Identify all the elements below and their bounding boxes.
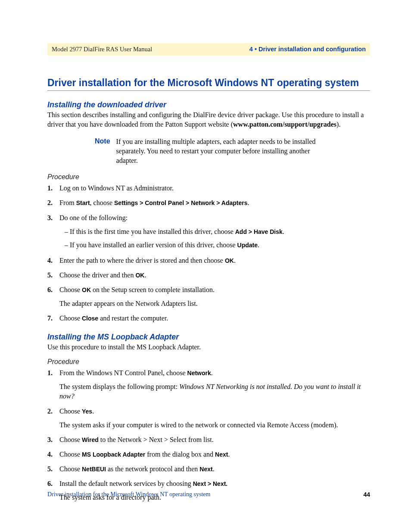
step-1: Log on to Windows NT as Administrator. bbox=[47, 184, 370, 193]
s3s1a: – If this is the first time you have ins… bbox=[65, 228, 235, 235]
s4c: . bbox=[234, 257, 236, 264]
p2s5a: Choose bbox=[59, 465, 82, 473]
p2s3c: to the Network > Next > Select from list… bbox=[99, 436, 214, 443]
s7b: Close bbox=[82, 315, 98, 322]
s5b: OK bbox=[135, 272, 144, 279]
p2s2b: Yes bbox=[82, 408, 92, 415]
note-block: Note If you are installing multiple adap… bbox=[95, 137, 370, 165]
step-2-b1: Start bbox=[76, 199, 90, 206]
p2s3b: Wired bbox=[82, 436, 99, 443]
intro-url: www.patton.com/support/upgrades bbox=[233, 121, 336, 128]
step-6: Choose OK on the Setup screen to complet… bbox=[47, 285, 370, 308]
section-heading-install-driver: Installing the downloaded driver bbox=[47, 100, 370, 109]
note-label: Note bbox=[95, 137, 110, 165]
s3s2b: Update bbox=[237, 242, 258, 249]
p2s1b: Network bbox=[187, 370, 211, 376]
intro-text-b: ). bbox=[336, 121, 340, 128]
section-heading-loopback: Installing the MS Loopback Adapter bbox=[47, 333, 370, 342]
p2s4b: MS Loopback Adapter bbox=[82, 451, 145, 458]
p2s5b: NetBEUI bbox=[82, 466, 106, 473]
step-5: Choose the driver and then OK. bbox=[47, 271, 370, 280]
intro-paragraph: This section describes installing and co… bbox=[47, 110, 370, 129]
step-7: Choose Close and restart the computer. bbox=[47, 314, 370, 323]
p2s4e: . bbox=[228, 451, 230, 458]
step-2-c: , choose bbox=[90, 199, 114, 206]
p2s4c: from the dialog box and bbox=[145, 451, 215, 458]
step-3-text: Do one of the following: bbox=[59, 214, 128, 221]
document-page: Model 2977 DialFire RAS User Manual 4 • … bbox=[0, 0, 411, 532]
s4b: OK bbox=[225, 257, 234, 264]
procedure-steps-1: Log on to Windows NT as Administrator. F… bbox=[47, 184, 370, 323]
p2-step-2: Choose Yes. The system asks if your comp… bbox=[47, 407, 370, 430]
footer-title: Driver installation for the Microsoft Wi… bbox=[47, 491, 210, 498]
step-2-b2: Settings > Control Panel > Network > Ada… bbox=[114, 199, 248, 206]
procedure-heading-2: Procedure bbox=[47, 358, 370, 366]
p2s1a: From the Windows NT Control Panel, choos… bbox=[59, 369, 187, 376]
step-1-text: Log on to Windows NT as Administrator. bbox=[59, 184, 174, 192]
page-header: Model 2977 DialFire RAS User Manual 4 • … bbox=[47, 43, 370, 56]
step-4: Enter the path to where the driver is st… bbox=[47, 256, 370, 265]
section2-intro: Use this procedure to install the MS Loo… bbox=[47, 342, 370, 352]
step-2-a: From bbox=[59, 199, 76, 206]
step-3-sub: – If this is the first time you have ins… bbox=[65, 226, 370, 251]
s3s2a: – If you have installed an earlier versi… bbox=[65, 241, 237, 249]
s6c: on the Setup screen to complete installa… bbox=[91, 286, 215, 293]
p2s5c: as the network protocol and then bbox=[106, 465, 199, 473]
p2s3a: Choose bbox=[59, 436, 82, 443]
p2s5e: . bbox=[213, 465, 215, 473]
p2s1-follow: The system displays the following prompt… bbox=[59, 382, 370, 401]
header-right: 4 • Driver installation and configuratio… bbox=[249, 46, 366, 53]
step-3: Do one of the following: – If this is th… bbox=[47, 213, 370, 251]
s4a: Enter the path to where the driver is st… bbox=[59, 257, 225, 264]
note-text: If you are installing multiple adapters,… bbox=[116, 137, 323, 165]
p2s6b: Next > Next. bbox=[193, 480, 228, 487]
procedure-heading-1: Procedure bbox=[47, 173, 370, 181]
s5c: . bbox=[144, 271, 146, 279]
s7a: Choose bbox=[59, 314, 82, 322]
p2s2-follow: The system asks if your computer is wire… bbox=[59, 420, 370, 430]
p2s4d: Next bbox=[215, 451, 228, 458]
step-3-sub1: – If this is the first time you have ins… bbox=[65, 226, 370, 237]
procedure-steps-2: From the Windows NT Control Panel, choos… bbox=[47, 368, 370, 502]
s3s1c: . bbox=[283, 228, 284, 235]
page-title: Driver installation for the Microsoft Wi… bbox=[47, 77, 370, 91]
s5a: Choose the driver and then bbox=[59, 271, 135, 279]
page-footer: Driver installation for the Microsoft Wi… bbox=[47, 491, 370, 498]
step-2-d: . bbox=[248, 199, 249, 206]
step-3-sub2: – If you have installed an earlier versi… bbox=[65, 240, 370, 251]
p2s1fa: The system displays the following prompt… bbox=[59, 383, 179, 390]
p2s1c: . bbox=[211, 369, 213, 376]
p2s2c: . bbox=[92, 408, 94, 415]
s3s1b: Add > Have Disk bbox=[235, 228, 283, 235]
s7c: and restart the computer. bbox=[98, 314, 168, 322]
page-number: 44 bbox=[363, 491, 370, 498]
p2s4a: Choose bbox=[59, 451, 82, 458]
step-2: From Start, choose Settings > Control Pa… bbox=[47, 198, 370, 208]
p2-step-5: Choose NetBEUI as the network protocol a… bbox=[47, 464, 370, 474]
p2s2a: Choose bbox=[59, 408, 82, 415]
p2-step-1: From the Windows NT Control Panel, choos… bbox=[47, 368, 370, 401]
p2-step-6: Install the default network services by … bbox=[47, 479, 370, 502]
p2-step-4: Choose MS Loopback Adapter from the dial… bbox=[47, 450, 370, 459]
p2s6a: Install the default network services by … bbox=[59, 480, 193, 487]
p2s5d: Next bbox=[199, 466, 212, 473]
p2-step-3: Choose Wired to the Network > Next > Sel… bbox=[47, 435, 370, 445]
s3s2c: . bbox=[258, 241, 259, 249]
s6a: Choose bbox=[59, 286, 82, 293]
header-left: Model 2977 DialFire RAS User Manual bbox=[52, 46, 152, 53]
s6b: OK bbox=[82, 286, 91, 293]
s6-follow: The adapter appears on the Network Adapt… bbox=[59, 299, 370, 308]
